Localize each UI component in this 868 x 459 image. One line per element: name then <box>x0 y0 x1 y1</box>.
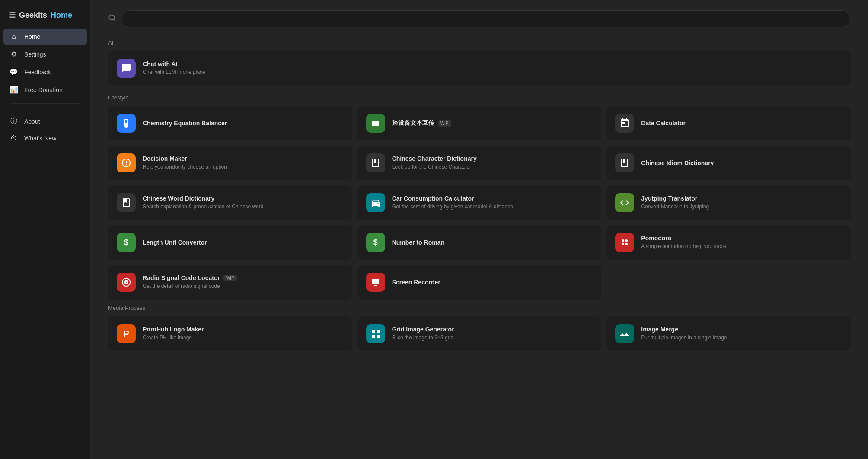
card-car-consumption-calculator[interactable]: Car Consumption Calculator Get the cost … <box>357 185 602 220</box>
chat-with-ai-icon <box>117 59 136 78</box>
chinese-idiom-title: Chinese Idiom Dictionary <box>641 159 714 166</box>
sidebar-item-free-donation[interactable]: 📊 Free Donation <box>3 81 87 98</box>
length-unit-text: Length Unit Convertor <box>143 239 207 246</box>
sidebar-item-settings-label: Settings <box>24 51 46 58</box>
menu-icon[interactable]: ☰ <box>9 10 16 20</box>
card-chat-with-ai[interactable]: Chat with AI Chat with LLM in one place <box>108 51 851 86</box>
date-calculator-icon <box>615 114 634 133</box>
number-to-roman-icon: $ <box>366 233 385 252</box>
card-grid-image-generator[interactable]: Grid Image Generator Slice the image to … <box>357 316 602 351</box>
pomodoro-text: Pomodoro A simple pomodoro to help you f… <box>641 235 726 250</box>
car-consumption-icon <box>366 193 385 212</box>
cross-device-wip: WIP <box>438 120 451 127</box>
card-pornhub-logo-maker[interactable]: P PornHub Logo Maker Create PH-like imag… <box>108 316 352 351</box>
chinese-word-text: Chinese Word Dictionary Search explanati… <box>143 195 264 210</box>
chinese-word-title: Chinese Word Dictionary <box>143 195 264 202</box>
grid-image-desc: Slice the image to 3×3 grid <box>392 334 454 341</box>
chinese-char-text: Chinese Character Dictionary Look up for… <box>392 155 477 171</box>
card-screen-recorder[interactable]: Screen Recorder <box>357 265 602 300</box>
date-calculator-title: Date Calculator <box>641 120 686 127</box>
card-chinese-idiom-dictionary[interactable]: Chinese Idiom Dictionary <box>606 146 851 180</box>
sidebar-item-home[interactable]: ⌂ Home <box>3 29 87 45</box>
car-consumption-desc: Get the cost of driving by given car mod… <box>392 203 513 210</box>
home-icon: ⌂ <box>10 33 18 41</box>
card-decision-maker[interactable]: Decision Maker Help you randomly choose … <box>108 146 352 180</box>
search-bar <box>108 10 851 27</box>
search-input[interactable] <box>121 10 851 27</box>
sidebar-item-free-donation-label: Free Donation <box>24 86 63 93</box>
chinese-idiom-icon <box>615 153 634 172</box>
sidebar-item-feedback[interactable]: 💬 Feedback <box>3 64 87 80</box>
card-length-unit-convertor[interactable]: $ Length Unit Convertor <box>108 225 352 260</box>
pomodoro-title: Pomodoro <box>641 235 726 242</box>
grid-image-text: Grid Image Generator Slice the image to … <box>392 326 454 341</box>
chemistry-text: Chemistry Equation Balancer <box>143 120 227 127</box>
card-pomodoro[interactable]: Pomodoro A simple pomodoro to help you f… <box>606 225 851 260</box>
lifestyle-grid: Chemistry Equation Balancer 跨设备文本互传 WIP <box>108 106 851 300</box>
chinese-word-icon <box>117 193 136 212</box>
card-number-to-roman[interactable]: $ Number to Roman <box>357 225 602 260</box>
pornhub-logo-desc: Create PH-like image <box>143 334 204 341</box>
number-to-roman-text: Number to Roman <box>392 239 444 246</box>
screen-recorder-icon <box>366 273 385 292</box>
sidebar-item-feedback-label: Feedback <box>24 69 51 76</box>
card-jyutping-translator[interactable]: Jyutping Translator Convert Mandarin to … <box>606 185 851 220</box>
feedback-icon: 💬 <box>10 68 18 76</box>
sidebar-item-settings[interactable]: ⚙ Settings <box>3 46 87 63</box>
svg-point-5 <box>625 243 628 245</box>
card-chinese-character-dictionary[interactable]: Chinese Character Dictionary Look up for… <box>357 146 602 180</box>
jyutping-text: Jyutping Translator Convert Mandarin to … <box>641 195 709 210</box>
card-date-calculator[interactable]: Date Calculator <box>606 106 851 140</box>
chinese-word-desc: Search explanation & pronouciation of Ch… <box>143 203 264 210</box>
chemistry-icon <box>117 114 136 133</box>
jyutping-desc: Convert Mandarin to Jyutping <box>641 203 709 210</box>
radio-signal-desc: Get the detail of radio signal code <box>143 283 237 290</box>
decision-maker-title: Decision Maker <box>143 155 227 162</box>
screen-recorder-title: Screen Recorder <box>392 279 440 286</box>
nav-bottom: ⓘ About ⏱ What's New <box>3 112 87 147</box>
card-chemistry-equation-balancer[interactable]: Chemistry Equation Balancer <box>108 106 352 140</box>
brand-home: Home <box>51 11 72 20</box>
sidebar-nav: ⌂ Home ⚙ Settings 💬 Feedback 📊 Free Dona… <box>0 29 90 147</box>
image-merge-desc: Put multiple images in a single image <box>641 334 727 341</box>
main-content: AI Chat with AI Chat with LLM in one pla… <box>91 0 868 459</box>
whats-new-icon: ⏱ <box>10 134 18 142</box>
card-image-merge[interactable]: Image Merge Put multiple images in a sin… <box>606 316 851 351</box>
length-unit-title: Length Unit Convertor <box>143 239 207 246</box>
radio-signal-title: Radio Signal Code Locator WIP <box>143 274 237 281</box>
svg-line-1 <box>113 19 115 20</box>
chat-with-ai-desc: Chat with LLM in one place <box>143 69 205 76</box>
svg-point-2 <box>622 239 624 242</box>
cross-device-text: 跨设备文本互传 WIP <box>392 119 451 127</box>
grid-image-icon <box>366 324 385 343</box>
svg-point-4 <box>622 243 624 245</box>
chinese-char-desc: Look up for the Chinese Character <box>392 163 477 171</box>
grid-image-title: Grid Image Generator <box>392 326 454 333</box>
image-merge-text: Image Merge Put multiple images in a sin… <box>641 326 727 341</box>
length-unit-icon: $ <box>117 233 136 252</box>
car-consumption-title: Car Consumption Calculator <box>392 195 513 202</box>
media-grid: P PornHub Logo Maker Create PH-like imag… <box>108 316 851 351</box>
image-merge-title: Image Merge <box>641 326 727 333</box>
cross-device-title: 跨设备文本互传 WIP <box>392 119 451 127</box>
decision-maker-desc: Help you randomly choose an option <box>143 163 227 171</box>
section-label-ai: AI <box>108 39 851 46</box>
brand-name: Geekits <box>19 11 47 20</box>
jyutping-icon <box>615 193 634 212</box>
section-label-media: Media Process <box>108 305 851 311</box>
chat-with-ai-title: Chat with AI <box>143 61 205 67</box>
car-consumption-text: Car Consumption Calculator Get the cost … <box>392 195 513 210</box>
card-cross-device-text[interactable]: 跨设备文本互传 WIP <box>357 106 602 140</box>
chinese-idiom-text: Chinese Idiom Dictionary <box>641 159 714 166</box>
pomodoro-desc: A simple pomodoro to help you focus <box>641 243 726 250</box>
chat-with-ai-text: Chat with AI Chat with LLM in one place <box>143 61 205 76</box>
about-icon: ⓘ <box>10 117 18 126</box>
sidebar-item-about-label: About <box>24 118 40 125</box>
sidebar-item-whats-new[interactable]: ⏱ What's New <box>3 130 87 147</box>
card-radio-signal-code-locator[interactable]: Radio Signal Code Locator WIP Get the de… <box>108 265 352 300</box>
sidebar-item-whats-new-label: What's New <box>24 135 56 142</box>
cross-device-icon <box>366 114 385 133</box>
settings-icon: ⚙ <box>10 50 18 58</box>
sidebar-item-about[interactable]: ⓘ About <box>3 112 87 130</box>
card-chinese-word-dictionary[interactable]: Chinese Word Dictionary Search explanati… <box>108 185 352 220</box>
